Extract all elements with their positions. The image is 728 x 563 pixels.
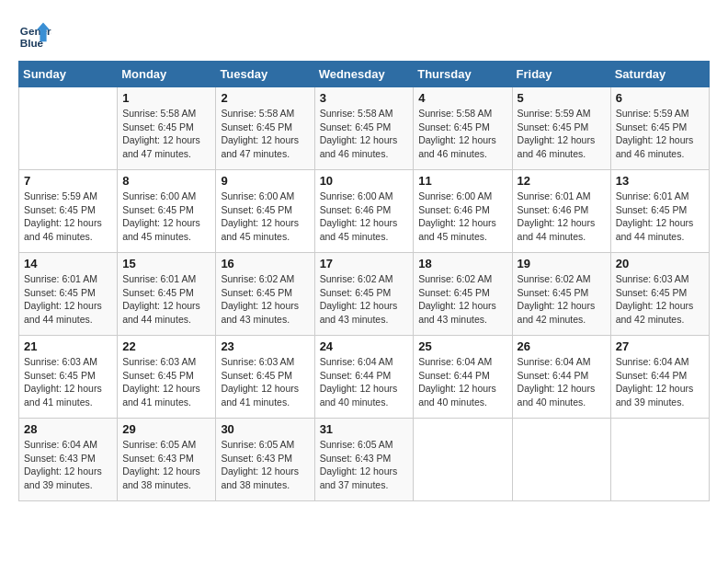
cell-info: Sunrise: 6:05 AM Sunset: 6:43 PM Dayligh… [320, 438, 409, 492]
day-number: 15 [122, 257, 210, 270]
day-number: 27 [616, 339, 704, 353]
cell-info: Sunrise: 6:00 AM Sunset: 6:46 PM Dayligh… [418, 190, 506, 244]
cell-info: Sunrise: 5:59 AM Sunset: 6:45 PM Dayligh… [616, 107, 704, 161]
calendar-cell: 10Sunrise: 6:00 AM Sunset: 6:46 PM Dayli… [314, 170, 414, 253]
day-number: 11 [418, 174, 506, 188]
day-number: 12 [518, 174, 606, 188]
header-cell-wednesday: Wednesday [314, 62, 414, 87]
calendar-table: SundayMondayTuesdayWednesdayThursdayFrid… [18, 61, 710, 501]
day-number: 8 [122, 174, 210, 188]
calendar-cell: 18Sunrise: 6:02 AM Sunset: 6:45 PM Dayli… [414, 253, 512, 336]
calendar-cell: 26Sunrise: 6:04 AM Sunset: 6:44 PM Dayli… [512, 336, 610, 419]
cell-info: Sunrise: 6:05 AM Sunset: 6:43 PM Dayligh… [221, 438, 309, 492]
day-number: 2 [221, 91, 309, 105]
cell-info: Sunrise: 6:05 AM Sunset: 6:43 PM Dayligh… [122, 438, 210, 492]
cell-info: Sunrise: 6:00 AM Sunset: 6:45 PM Dayligh… [122, 190, 210, 244]
cell-info: Sunrise: 6:04 AM Sunset: 6:44 PM Dayligh… [418, 355, 506, 409]
calendar-cell: 8Sunrise: 6:00 AM Sunset: 6:45 PM Daylig… [118, 170, 216, 253]
calendar-cell: 6Sunrise: 5:59 AM Sunset: 6:45 PM Daylig… [610, 87, 709, 170]
calendar-cell: 27Sunrise: 6:04 AM Sunset: 6:44 PM Dayli… [610, 336, 709, 419]
header-row: SundayMondayTuesdayWednesdayThursdayFrid… [19, 62, 710, 87]
week-row-4: 21Sunrise: 6:03 AM Sunset: 6:45 PM Dayli… [19, 336, 710, 419]
day-number: 10 [320, 174, 409, 188]
calendar-cell: 23Sunrise: 6:03 AM Sunset: 6:45 PM Dayli… [216, 336, 314, 419]
cell-info: Sunrise: 6:03 AM Sunset: 6:45 PM Dayligh… [24, 355, 112, 409]
cell-info: Sunrise: 5:58 AM Sunset: 6:45 PM Dayligh… [418, 107, 506, 161]
calendar-cell: 12Sunrise: 6:01 AM Sunset: 6:46 PM Dayli… [512, 170, 610, 253]
header-cell-sunday: Sunday [19, 62, 118, 87]
cell-info: Sunrise: 6:01 AM Sunset: 6:45 PM Dayligh… [122, 272, 210, 327]
day-number: 29 [122, 422, 210, 436]
header-cell-thursday: Thursday [414, 62, 512, 87]
week-row-1: 1Sunrise: 5:58 AM Sunset: 6:45 PM Daylig… [19, 87, 710, 170]
logo: General Blue [18, 18, 55, 52]
header-cell-friday: Friday [512, 62, 610, 87]
day-number: 13 [616, 174, 704, 188]
day-number: 18 [418, 257, 506, 270]
header-cell-monday: Monday [118, 62, 216, 87]
calendar-cell: 25Sunrise: 6:04 AM Sunset: 6:44 PM Dayli… [414, 336, 512, 419]
cell-info: Sunrise: 6:04 AM Sunset: 6:44 PM Dayligh… [616, 355, 704, 409]
cell-info: Sunrise: 6:04 AM Sunset: 6:43 PM Dayligh… [24, 438, 112, 492]
cell-info: Sunrise: 6:02 AM Sunset: 6:45 PM Dayligh… [418, 272, 506, 327]
cell-info: Sunrise: 6:03 AM Sunset: 6:45 PM Dayligh… [221, 355, 309, 409]
day-number: 1 [122, 91, 210, 105]
cell-info: Sunrise: 5:59 AM Sunset: 6:45 PM Dayligh… [518, 107, 606, 161]
day-number: 23 [221, 339, 309, 353]
cell-info: Sunrise: 5:59 AM Sunset: 6:45 PM Dayligh… [24, 190, 112, 244]
calendar-cell [19, 87, 118, 170]
calendar-cell: 22Sunrise: 6:03 AM Sunset: 6:45 PM Dayli… [118, 336, 216, 419]
cell-info: Sunrise: 6:02 AM Sunset: 6:45 PM Dayligh… [518, 272, 606, 327]
calendar-cell: 17Sunrise: 6:02 AM Sunset: 6:45 PM Dayli… [314, 253, 414, 336]
day-number: 14 [24, 257, 112, 270]
cell-info: Sunrise: 5:58 AM Sunset: 6:45 PM Dayligh… [221, 107, 309, 161]
calendar-cell: 28Sunrise: 6:04 AM Sunset: 6:43 PM Dayli… [19, 419, 118, 501]
day-number: 30 [221, 422, 309, 436]
logo-icon: General Blue [18, 18, 51, 52]
day-number: 21 [24, 339, 112, 353]
calendar-cell: 20Sunrise: 6:03 AM Sunset: 6:45 PM Dayli… [610, 253, 709, 336]
calendar-cell [414, 419, 512, 501]
day-number: 24 [320, 339, 409, 353]
day-number: 6 [616, 91, 704, 105]
calendar-cell: 2Sunrise: 5:58 AM Sunset: 6:45 PM Daylig… [216, 87, 314, 170]
day-number: 7 [24, 174, 112, 188]
calendar-cell: 5Sunrise: 5:59 AM Sunset: 6:45 PM Daylig… [512, 87, 610, 170]
cell-info: Sunrise: 6:04 AM Sunset: 6:44 PM Dayligh… [518, 355, 606, 409]
day-number: 3 [320, 91, 409, 105]
cell-info: Sunrise: 5:58 AM Sunset: 6:45 PM Dayligh… [320, 107, 409, 161]
cell-info: Sunrise: 6:01 AM Sunset: 6:46 PM Dayligh… [518, 190, 606, 244]
day-number: 5 [518, 91, 606, 105]
day-number: 20 [616, 257, 704, 270]
cell-info: Sunrise: 6:01 AM Sunset: 6:45 PM Dayligh… [24, 272, 112, 327]
cell-info: Sunrise: 6:04 AM Sunset: 6:44 PM Dayligh… [320, 355, 409, 409]
day-number: 9 [221, 174, 309, 188]
calendar-cell: 19Sunrise: 6:02 AM Sunset: 6:45 PM Dayli… [512, 253, 610, 336]
week-row-2: 7Sunrise: 5:59 AM Sunset: 6:45 PM Daylig… [19, 170, 710, 253]
cell-info: Sunrise: 6:00 AM Sunset: 6:45 PM Dayligh… [221, 190, 309, 244]
day-number: 22 [122, 339, 210, 353]
day-number: 16 [221, 257, 309, 270]
cell-info: Sunrise: 6:02 AM Sunset: 6:45 PM Dayligh… [320, 272, 409, 327]
calendar-cell: 9Sunrise: 6:00 AM Sunset: 6:45 PM Daylig… [216, 170, 314, 253]
calendar-cell: 1Sunrise: 5:58 AM Sunset: 6:45 PM Daylig… [118, 87, 216, 170]
day-number: 19 [518, 257, 606, 270]
calendar-cell: 24Sunrise: 6:04 AM Sunset: 6:44 PM Dayli… [314, 336, 414, 419]
calendar-cell: 29Sunrise: 6:05 AM Sunset: 6:43 PM Dayli… [118, 419, 216, 501]
day-number: 4 [418, 91, 506, 105]
cell-info: Sunrise: 6:00 AM Sunset: 6:46 PM Dayligh… [320, 190, 409, 244]
header-cell-tuesday: Tuesday [216, 62, 314, 87]
calendar-cell: 14Sunrise: 6:01 AM Sunset: 6:45 PM Dayli… [19, 253, 118, 336]
page-header: General Blue [18, 18, 710, 52]
cell-info: Sunrise: 6:03 AM Sunset: 6:45 PM Dayligh… [122, 355, 210, 409]
cell-info: Sunrise: 6:02 AM Sunset: 6:45 PM Dayligh… [221, 272, 309, 327]
calendar-cell: 31Sunrise: 6:05 AM Sunset: 6:43 PM Dayli… [314, 419, 414, 501]
day-number: 28 [24, 422, 112, 436]
week-row-5: 28Sunrise: 6:04 AM Sunset: 6:43 PM Dayli… [19, 419, 710, 501]
calendar-cell: 3Sunrise: 5:58 AM Sunset: 6:45 PM Daylig… [314, 87, 414, 170]
calendar-cell: 7Sunrise: 5:59 AM Sunset: 6:45 PM Daylig… [19, 170, 118, 253]
week-row-3: 14Sunrise: 6:01 AM Sunset: 6:45 PM Dayli… [19, 253, 710, 336]
calendar-cell: 21Sunrise: 6:03 AM Sunset: 6:45 PM Dayli… [19, 336, 118, 419]
calendar-cell: 30Sunrise: 6:05 AM Sunset: 6:43 PM Dayli… [216, 419, 314, 501]
calendar-cell: 13Sunrise: 6:01 AM Sunset: 6:45 PM Dayli… [610, 170, 709, 253]
